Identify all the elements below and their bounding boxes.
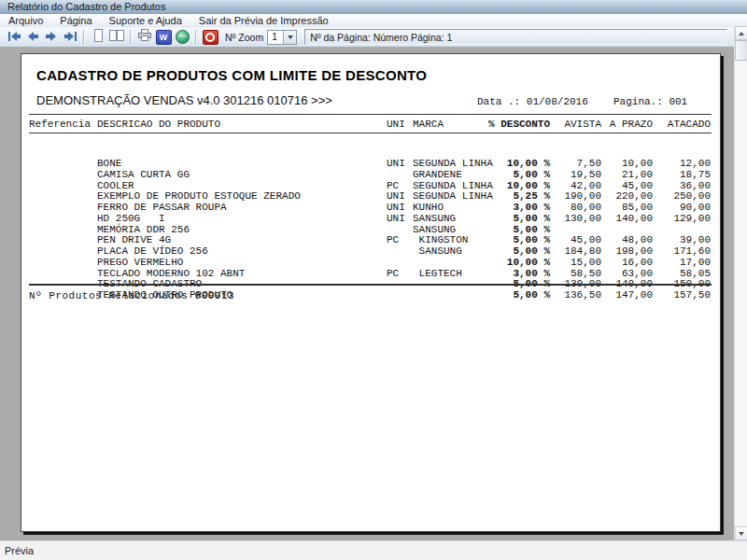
cell-uni: UNI	[387, 203, 413, 214]
last-page-button[interactable]	[61, 29, 79, 46]
cell-avista: 7,50	[550, 159, 601, 170]
cell-aprazo: 16,00	[601, 258, 653, 269]
cell-marca: GRANDENE	[413, 170, 477, 181]
arrow-down-icon	[739, 532, 744, 536]
table-row: PREGO VERMELHO 10,00 % 15,00 16,00 17,00	[29, 258, 711, 269]
scrollbar-thumb[interactable]	[735, 40, 747, 61]
cell-marca	[413, 290, 477, 301]
cell-referencia	[29, 170, 97, 181]
cell-atacado: 90,00	[653, 203, 711, 214]
preview-area: CADASTRO DE PRODUTOS COM LIMITE DE DESCO…	[0, 47, 734, 540]
vertical-scrollbar[interactable]	[734, 26, 747, 540]
cell-marca: SEGUNDA LINHA	[413, 159, 477, 170]
single-page-view-button[interactable]	[89, 29, 107, 46]
table-header: Referencia DESCRICAO DO PRODUTO UNI MARC…	[29, 119, 711, 130]
cell-marca	[413, 258, 477, 269]
table-row: CAMISA CURTA GG GRANDENE 5,00 % 19,50 21…	[29, 170, 711, 181]
menu-item-label: Suporte e Ajuda	[109, 15, 182, 26]
column-header-desconto: % DESCONTO	[477, 119, 550, 130]
app-window: Relatório do Cadastro de Produtos Arquiv…	[0, 0, 747, 560]
zoom-dropdown[interactable]: 1	[267, 30, 297, 45]
window-title: Relatório do Cadastro de Produtos	[7, 1, 165, 12]
cell-avista: 184,80	[550, 246, 601, 258]
cell-aprazo: 140,00	[601, 214, 653, 225]
cell-descricao: PREGO VERMELHO	[97, 258, 387, 269]
menu-bar: Arquivo Página Suporte e Ajuda Sair da P…	[0, 14, 747, 27]
menu-item[interactable]: Suporte e Ajuda	[101, 14, 190, 26]
cell-marca: SANSUNG	[413, 246, 477, 258]
print-icon	[137, 28, 152, 46]
cell-referencia	[29, 191, 97, 203]
cell-avista: 136,50	[550, 290, 601, 301]
cell-marca: KUNHO	[413, 203, 477, 214]
page-info-text: Nº da Página: Número Página: 1	[310, 32, 452, 43]
scroll-up-button[interactable]	[735, 26, 747, 40]
zoom-label: Nº Zoom	[225, 32, 263, 43]
first-page-button[interactable]	[5, 29, 23, 46]
print-button[interactable]	[135, 29, 154, 46]
cell-atacado: 129,00	[653, 214, 711, 225]
table-row: FERRO DE PASSAR ROUPA UNI KUNHO 3,00 % 8…	[29, 203, 711, 214]
cell-desconto: 5,00 %	[477, 246, 550, 258]
cell-aprazo: 147,00	[601, 290, 653, 301]
report-title: CADASTRO DE PRODUTOS COM LIMITE DE DESCO…	[36, 67, 427, 83]
cell-desconto: 5,00 %	[477, 290, 550, 301]
cell-aprazo: 198,00	[601, 246, 653, 258]
cell-uni: UNI	[387, 214, 413, 225]
chevron-down-icon	[288, 35, 293, 39]
cell-atacado: 171,60	[653, 246, 711, 258]
arrow-up-icon	[739, 32, 744, 35]
menu-item-label: Página	[60, 15, 92, 26]
cell-uni: PC	[387, 235, 413, 246]
export-html-button[interactable]	[173, 29, 191, 46]
scroll-down-button[interactable]	[735, 526, 747, 540]
cell-atacado: 12,00	[653, 159, 711, 170]
cell-referencia	[29, 159, 97, 170]
table-row: HD 250G I UNI SANSUNG 5,00 % 130,00 140,…	[29, 214, 711, 225]
cell-aprazo: 10,00	[601, 159, 653, 170]
report-page-number: Pagina.: 001	[613, 96, 687, 107]
cell-avista: 15,00	[550, 258, 601, 269]
title-bar: Relatório do Cadastro de Produtos	[0, 0, 747, 14]
column-header-aprazo: A PRAZO	[601, 119, 653, 130]
zoom-dropdown-button[interactable]	[283, 31, 296, 44]
toolbar-separator	[195, 30, 197, 45]
next-page-button[interactable]	[42, 29, 61, 46]
cell-descricao: CAMISA CURTA GG	[97, 170, 387, 181]
cell-referencia	[29, 203, 97, 214]
menu-item[interactable]: Arquivo	[0, 14, 51, 26]
cell-uni	[387, 258, 413, 269]
close-preview-button[interactable]	[201, 29, 219, 46]
cell-uni	[387, 290, 413, 301]
cell-aprazo: 85,00	[601, 203, 653, 214]
toolbar: W Nº Zoom 1 Nº da Página: Número Página:…	[0, 27, 734, 48]
cell-referencia	[29, 246, 97, 258]
report-page: CADASTRO DE PRODUTOS COM LIMITE DE DESCO…	[21, 53, 721, 532]
toolbar-separator	[83, 30, 85, 45]
cell-referencia	[29, 225, 97, 236]
cell-referencia	[29, 258, 97, 269]
cell-desconto: 5,00 %	[477, 170, 550, 181]
cell-desconto: 10,00 %	[477, 159, 550, 170]
menu-item[interactable]: Sair da Prévia de Impressão	[190, 14, 337, 26]
next-page-icon	[45, 29, 58, 46]
cell-descricao: BONE	[97, 159, 387, 170]
column-header-avista: AVISTA	[550, 119, 601, 130]
zoom-value: 1	[268, 31, 283, 44]
cell-atacado: 18,75	[653, 170, 711, 181]
divider	[29, 133, 712, 133]
menu-item-label: Sair da Prévia de Impressão	[199, 15, 329, 26]
menu-item-label: Arquivo	[8, 15, 43, 26]
cell-uni: PC	[387, 269, 413, 280]
cell-referencia	[29, 269, 97, 280]
export-word-button[interactable]: W	[154, 29, 173, 46]
cell-desconto: 3,00 %	[477, 203, 550, 214]
two-pages-view-button[interactable]	[107, 29, 126, 46]
cell-avista: 80,00	[550, 203, 601, 214]
prev-page-button[interactable]	[23, 29, 42, 46]
status-bar: Prévia	[0, 540, 747, 560]
menu-item[interactable]: Página	[51, 14, 100, 26]
prev-page-icon	[26, 29, 39, 46]
column-header-uni: UNI	[387, 119, 413, 130]
status-text: Prévia	[5, 545, 34, 556]
